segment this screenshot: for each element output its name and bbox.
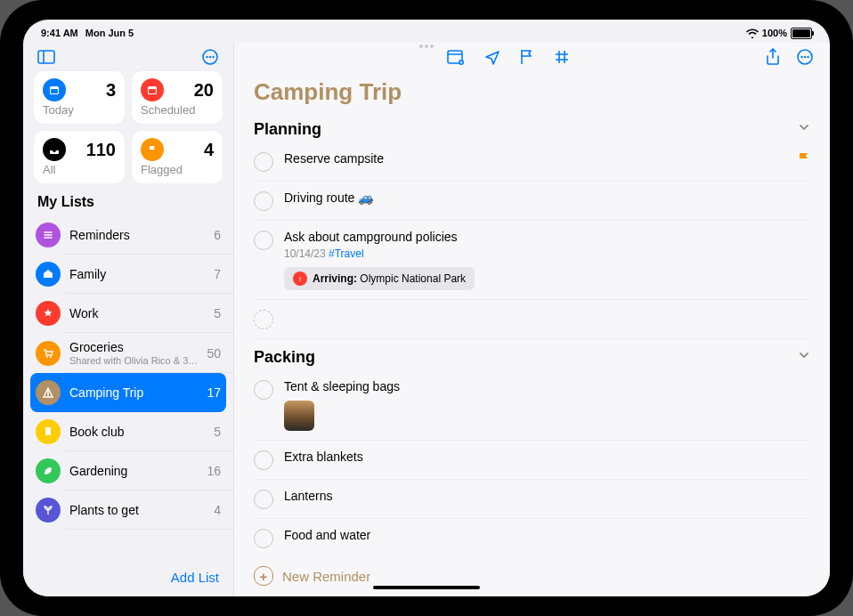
new-reminder-button[interactable]: + New Reminder	[234, 555, 830, 596]
reminder-title: Reserve campsite	[284, 151, 810, 166]
add-list-button[interactable]: Add List	[171, 570, 219, 585]
toolbar-location-button[interactable]	[484, 49, 500, 65]
tray-icon	[43, 138, 66, 161]
svg-rect-7	[51, 89, 58, 93]
list-row-work[interactable]: Work5	[23, 294, 233, 333]
main-more-button[interactable]	[796, 48, 814, 66]
svg-point-16	[800, 56, 802, 58]
list-icon	[36, 223, 61, 247]
list-row-camping-trip[interactable]: Camping Trip17	[30, 373, 226, 412]
list-count: 5	[214, 425, 221, 439]
share-button[interactable]	[766, 48, 780, 66]
list-row-groceries[interactable]: GroceriesShared with Olivia Rico & 3…50	[23, 333, 233, 373]
attachment-thumbnail[interactable]	[284, 401, 314, 431]
smart-count: 3	[106, 80, 116, 101]
reminder-row[interactable]: Lanterns	[254, 480, 810, 519]
complete-circle[interactable]	[254, 191, 273, 211]
smart-label: Today	[43, 103, 116, 117]
list-count: 6	[214, 228, 221, 242]
plant-icon	[36, 498, 61, 523]
svg-point-4	[209, 56, 211, 58]
house-icon	[36, 262, 61, 287]
toolbar-flag-button[interactable]	[520, 49, 534, 65]
list-name: Family	[69, 267, 205, 281]
wifi-icon	[746, 28, 759, 38]
reminder-row[interactable]: Extra blankets	[254, 441, 810, 480]
reminder-row[interactable]: Food and water	[254, 519, 810, 555]
list-row-gardening[interactable]: Gardening16	[23, 451, 233, 490]
reminder-row[interactable]: Tent & sleeping bags	[254, 370, 810, 441]
section-header[interactable]: Planning	[254, 111, 321, 142]
list-name: Groceries	[69, 340, 198, 354]
list-title: Camping Trip	[234, 66, 830, 111]
leaf-icon	[36, 458, 61, 483]
complete-circle[interactable]	[254, 152, 273, 172]
status-battery-pct: 100%	[762, 28, 787, 38]
status-date: Mon Jun 5	[85, 28, 134, 38]
svg-point-18	[807, 56, 808, 58]
complete-circle[interactable]	[254, 231, 273, 250]
home-indicator[interactable]	[373, 586, 480, 589]
list-row-reminders[interactable]: Reminders6	[23, 215, 233, 255]
smart-list-flagged[interactable]: 4Flagged	[132, 131, 223, 183]
list-name: Reminders	[69, 228, 205, 242]
pin-icon: ↑	[293, 272, 307, 286]
reminder-row[interactable]: Driving route 🚙	[254, 182, 810, 221]
sidebar-toggle-button[interactable]	[37, 48, 55, 66]
toolbar-tag-button[interactable]	[554, 49, 570, 65]
smart-list-scheduled[interactable]: 20Scheduled	[132, 71, 223, 124]
list-name: Gardening	[69, 464, 198, 478]
cart-icon	[36, 341, 61, 366]
bookmark-icon	[36, 419, 61, 444]
toolbar-calendar-button[interactable]	[447, 49, 465, 65]
svg-point-17	[804, 56, 806, 58]
list-name: Camping Trip	[69, 385, 198, 400]
list-count: 7	[214, 267, 221, 281]
complete-circle[interactable]	[254, 310, 273, 329]
calendar-icon	[141, 78, 164, 101]
my-lists-header: My Lists	[23, 192, 233, 215]
list-row-family[interactable]: Family7	[23, 255, 233, 294]
complete-circle[interactable]	[254, 490, 273, 509]
location-pill[interactable]: ↑Arriving: Olympic National Park	[284, 267, 475, 290]
smart-list-all[interactable]: 110All	[34, 131, 125, 183]
smart-count: 4	[204, 140, 214, 160]
svg-point-3	[206, 56, 207, 58]
flag-icon	[141, 138, 164, 161]
svg-rect-9	[149, 89, 156, 93]
list-row-plants-to-get[interactable]: Plants to get4	[23, 490, 233, 530]
reminder-title: Food and water	[284, 528, 810, 542]
reminder-title: Ask about campground policies	[284, 230, 810, 244]
main-pane: Camping Trip PlanningReserve campsiteDri…	[234, 43, 830, 596]
reminder-title: Extra blankets	[284, 450, 810, 464]
svg-rect-0	[38, 51, 54, 63]
chevron-down-icon[interactable]	[798, 349, 810, 361]
smart-label: All	[43, 163, 116, 176]
list-count: 50	[207, 346, 221, 361]
smart-label: Flagged	[141, 163, 214, 176]
svg-point-11	[50, 356, 52, 358]
reminder-row[interactable]: Reserve campsite	[254, 142, 810, 182]
plus-icon: +	[254, 566, 273, 586]
battery-icon	[791, 28, 812, 39]
complete-circle[interactable]	[254, 380, 273, 400]
complete-circle[interactable]	[254, 529, 273, 548]
tent-icon	[36, 380, 61, 405]
sidebar-more-button[interactable]	[201, 48, 219, 66]
chevron-down-icon[interactable]	[798, 121, 810, 134]
flag-icon	[798, 151, 810, 166]
list-name: Book club	[69, 425, 205, 439]
multitask-grabber[interactable]	[409, 45, 444, 49]
reminder-title: Tent & sleeping bags	[284, 379, 810, 393]
reminder-row[interactable]: Ask about campground policies10/14/23 #T…	[254, 221, 810, 300]
reminder-row[interactable]	[254, 300, 810, 339]
calendar-icon	[43, 78, 66, 101]
complete-circle[interactable]	[254, 450, 273, 470]
status-bar: 9:41 AM Mon Jun 5 100%	[23, 20, 830, 43]
section-header[interactable]: Packing	[254, 339, 315, 370]
list-subtitle: Shared with Olivia Rico & 3…	[69, 355, 198, 366]
reminder-title: Lanterns	[284, 489, 810, 503]
list-name: Plants to get	[69, 503, 205, 517]
list-row-book-club[interactable]: Book club5	[23, 412, 233, 451]
smart-list-today[interactable]: 3Today	[34, 71, 125, 124]
